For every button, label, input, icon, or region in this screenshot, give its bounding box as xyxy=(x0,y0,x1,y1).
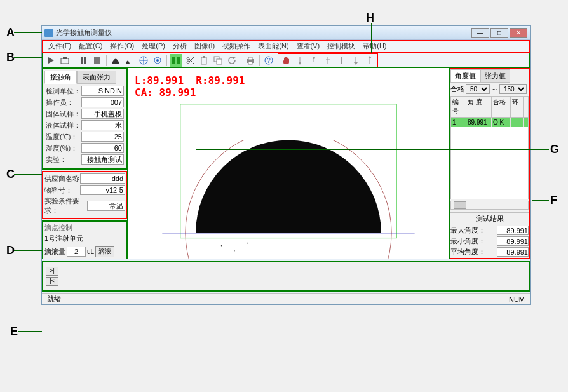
dispense-volume-row: 滴液量 uL 滴液 xyxy=(44,246,125,257)
drop-image xyxy=(128,68,449,259)
svg-point-10 xyxy=(156,59,159,62)
menu-surface[interactable]: 表面能(N) xyxy=(254,40,292,52)
play-icon[interactable] xyxy=(44,54,57,67)
needle2-icon[interactable] xyxy=(308,54,320,67)
clipboard-icon[interactable] xyxy=(198,54,210,67)
scissors-icon[interactable] xyxy=(184,54,196,67)
minimize-button[interactable]: — xyxy=(471,28,489,38)
svg-rect-3 xyxy=(81,57,83,64)
help-icon[interactable]: ? xyxy=(262,54,275,67)
timeline-prev-button[interactable]: |< xyxy=(46,277,58,286)
label-avg: 平均角度： xyxy=(450,247,485,257)
stop-icon[interactable] xyxy=(91,54,104,67)
row-operator: 操作员： xyxy=(46,97,124,107)
tab-surface-tension[interactable]: 表面张力 xyxy=(77,71,116,84)
scroll-thumb[interactable] xyxy=(454,201,466,209)
menu-image[interactable]: 图像(I) xyxy=(191,40,219,52)
needle4-icon[interactable] xyxy=(335,54,348,67)
toolbar-group-2 xyxy=(278,53,378,67)
input-operator[interactable] xyxy=(81,97,124,107)
input-solid[interactable] xyxy=(81,109,124,119)
table-row[interactable]: 1 89.991 O K xyxy=(451,118,528,127)
right-panel: 角度值 张力值 合格 50 ～ 150 编号 角 度 合格 环 1 89.991 xyxy=(449,68,530,259)
right-hscroll[interactable] xyxy=(450,201,529,210)
timeline-next-button[interactable]: >| xyxy=(46,267,58,276)
needle5-icon[interactable] xyxy=(349,54,362,67)
tab-contact-angle[interactable]: 接触角 xyxy=(44,71,77,84)
menu-bar: 文件(F) 配置(C) 操作(O) 处理(P) 分析 图像(I) 视频操作 表面… xyxy=(42,40,530,53)
app-icon xyxy=(44,29,53,37)
menu-file[interactable]: 文件(F) xyxy=(44,40,75,52)
input-condition[interactable] xyxy=(87,201,125,211)
needle1-icon[interactable] xyxy=(294,54,306,67)
label-unit: uL xyxy=(87,248,94,255)
value-min[interactable] xyxy=(497,236,529,246)
bracket-icon[interactable] xyxy=(170,54,182,67)
annotation-line-H xyxy=(371,23,372,53)
input-humidity[interactable] xyxy=(81,143,124,153)
input-volume[interactable] xyxy=(67,247,86,257)
annotation-line-E xyxy=(18,331,42,332)
hand-icon[interactable] xyxy=(280,54,292,67)
left-panel: 接触角 表面张力 检测单位： 操作员： 固体试样： 液体试样： 温度(℃)： 湿… xyxy=(42,68,128,259)
needle6-icon[interactable] xyxy=(363,54,376,67)
menu-view[interactable]: 查看(V) xyxy=(293,40,324,52)
pause-icon[interactable] xyxy=(77,54,90,67)
camera-icon[interactable] xyxy=(58,54,71,67)
row-max: 最大角度： xyxy=(450,225,529,236)
label-operator: 操作员： xyxy=(46,98,81,107)
pass-to-select[interactable]: 150 xyxy=(499,84,527,94)
form-rows: 检测单位： 操作员： 固体试样： 液体试样： 温度(℃)： 湿度(%)： 实验： xyxy=(44,84,125,167)
timeline-panel: >| |< xyxy=(42,261,530,292)
tab-tension-value[interactable]: 张力值 xyxy=(480,69,510,83)
svg-rect-21 xyxy=(248,57,252,60)
print-icon[interactable] xyxy=(244,54,257,67)
row-detect-unit: 检测单位： xyxy=(46,86,124,96)
separator xyxy=(259,55,260,66)
label-solid: 固体试样： xyxy=(46,109,81,119)
svg-marker-0 xyxy=(48,57,54,64)
menu-process[interactable]: 处理(P) xyxy=(138,40,169,52)
maximize-button[interactable]: □ xyxy=(490,28,508,38)
annotation-D: D xyxy=(6,244,15,257)
label-min: 最小角度： xyxy=(450,236,485,246)
dispense-button[interactable]: 滴液 xyxy=(95,246,114,257)
input-liquid[interactable] xyxy=(81,120,124,130)
copy-icon[interactable] xyxy=(212,54,224,67)
input-material[interactable] xyxy=(80,185,125,195)
row-temp: 温度(℃)： xyxy=(46,132,124,142)
separator xyxy=(106,55,107,66)
row-humidity: 湿度(%)： xyxy=(46,143,124,153)
col-ok: 合格 xyxy=(492,97,511,117)
menu-video[interactable]: 视频操作 xyxy=(219,40,254,52)
input-supplier[interactable] xyxy=(80,173,125,184)
results-summary: 测试结果 最大角度： 最小角度： 平均角度： xyxy=(450,212,529,257)
refresh-icon[interactable] xyxy=(226,54,238,67)
svg-rect-2 xyxy=(63,57,67,59)
menu-operate[interactable]: 操作(O) xyxy=(106,40,138,52)
circle-cross-icon[interactable] xyxy=(137,54,150,67)
drop-full-icon[interactable] xyxy=(109,54,122,67)
value-avg[interactable] xyxy=(497,247,529,257)
input-exp[interactable] xyxy=(81,154,124,165)
value-max[interactable] xyxy=(497,226,529,235)
input-detect-unit[interactable] xyxy=(81,86,124,96)
menu-help[interactable]: 帮助(H) xyxy=(359,40,390,52)
needle3-icon[interactable] xyxy=(321,54,334,67)
svg-rect-16 xyxy=(203,56,205,58)
tab-angle-value[interactable]: 角度值 xyxy=(450,69,480,83)
content-area: 接触角 表面张力 检测单位： 操作员： 固体试样： 液体试样： 温度(℃)： 湿… xyxy=(42,68,530,259)
target-icon[interactable] xyxy=(151,54,164,67)
label-liquid: 液体试样： xyxy=(46,121,81,130)
pass-from-select[interactable]: 50 xyxy=(466,84,490,94)
label-detect-unit: 检测单位： xyxy=(46,86,81,96)
drop-half-icon[interactable] xyxy=(123,54,136,67)
input-temp[interactable] xyxy=(81,132,124,142)
close-button[interactable]: ✕ xyxy=(510,28,527,38)
menu-analyze[interactable]: 分析 xyxy=(169,40,191,52)
menu-config[interactable]: 配置(C) xyxy=(75,40,106,52)
svg-point-42 xyxy=(247,243,248,244)
svg-point-41 xyxy=(234,250,235,252)
menu-control[interactable]: 控制模块 xyxy=(323,40,359,52)
label-temp: 温度(℃)： xyxy=(46,132,81,142)
